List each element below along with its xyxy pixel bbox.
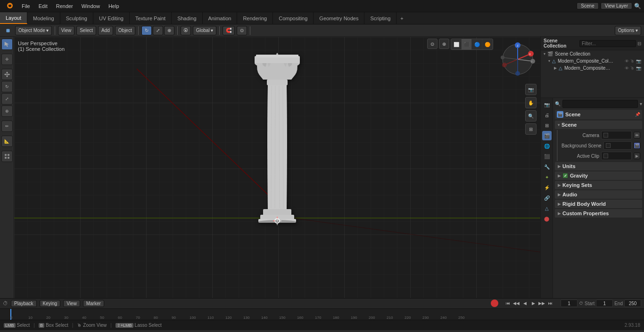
background-scene-value[interactable] xyxy=(603,141,632,150)
tab-sculpting[interactable]: Sculpting xyxy=(60,12,93,24)
view-menu-timeline[interactable]: View xyxy=(63,300,80,307)
end-frame-input[interactable] xyxy=(624,300,641,307)
marker-menu[interactable]: Marker xyxy=(83,300,104,307)
transform-move-btn[interactable]: ⤢ xyxy=(153,26,163,35)
render-icon-1[interactable]: 📷 xyxy=(636,66,641,71)
tab-texture-paint[interactable]: Texture Paint xyxy=(130,12,172,24)
scene-section-header[interactable]: ▾ Scene xyxy=(555,121,642,129)
view-menu[interactable]: View xyxy=(58,26,75,35)
prop-physics-icon[interactable]: ⚡ xyxy=(542,183,552,192)
prop-output-icon[interactable]: 🖨 xyxy=(542,110,552,120)
prop-scene-icon[interactable]: 🎬 xyxy=(542,131,552,140)
navigation-gizmo[interactable]: X Y Z xyxy=(499,40,537,78)
render-icon-0[interactable]: 📷 xyxy=(636,59,641,64)
add-workspace-button[interactable]: + xyxy=(396,14,407,23)
transform-tool[interactable]: ⊕ xyxy=(1,105,13,117)
menu-file[interactable]: File xyxy=(18,2,34,10)
object-menu[interactable]: Object xyxy=(115,26,135,35)
prop-modifier-icon[interactable]: 🔧 xyxy=(542,162,552,171)
menu-help[interactable]: Help xyxy=(105,2,123,10)
tab-scripting[interactable]: Scripting xyxy=(364,12,396,24)
tab-layout[interactable]: Layout xyxy=(0,12,27,24)
add-object-tool[interactable] xyxy=(1,151,13,162)
scene-selector[interactable]: Scene xyxy=(577,2,598,9)
tab-rendering[interactable]: Rendering xyxy=(237,12,273,24)
step-back-btn[interactable]: ◀◀ xyxy=(512,300,520,307)
mode-selector[interactable]: Object Mode ▾ xyxy=(15,26,52,35)
rigid-body-section-header[interactable]: ▶ Rigid Body World xyxy=(555,200,642,208)
transform-scale-btn[interactable]: ⊕ xyxy=(164,26,174,35)
select-tool[interactable] xyxy=(1,39,13,50)
annotate-tool[interactable]: ✏ xyxy=(1,121,13,132)
scale-tool[interactable]: ⤢ xyxy=(1,93,13,105)
jump-end-btn[interactable]: ⏭ xyxy=(546,300,554,307)
select-icon-1[interactable]: 🖱 xyxy=(630,66,635,71)
audio-section-header[interactable]: ▶ Audio xyxy=(555,190,642,199)
visibility-icon-0[interactable]: 👁 xyxy=(625,59,629,64)
proportional-btn[interactable]: ⊙ xyxy=(237,26,247,35)
units-section-header[interactable]: ▶ Units xyxy=(555,162,642,170)
outliner-filter-btn[interactable]: ⊟ xyxy=(637,41,641,46)
select-icon-0[interactable]: 🖱 xyxy=(630,59,635,64)
rendered-mode[interactable]: 🟠 xyxy=(482,39,493,49)
mode-icon[interactable] xyxy=(3,26,13,35)
props-filter-btn[interactable]: ▾ xyxy=(640,101,642,106)
outliner-item-1[interactable]: ▶ △ Modern_Composite_Colu 👁 🖱 📷 xyxy=(541,65,644,72)
layer-btn[interactable]: ⊞ xyxy=(525,123,537,135)
step-fwd-btn[interactable]: ▶▶ xyxy=(538,300,545,307)
prop-data-icon[interactable]: △ xyxy=(542,203,552,213)
gravity-section-header[interactable]: ▶ ✓ Gravity xyxy=(555,171,642,180)
prop-world-icon[interactable]: 🌐 xyxy=(542,141,552,151)
outliner-item-0[interactable]: ▾ △ Modern_Composite_Column... 👁 🖱 📷 xyxy=(541,57,644,65)
measure-tool[interactable]: 📐 xyxy=(1,136,13,147)
hand-tool-btn[interactable]: ✋ xyxy=(525,97,537,108)
viewport-3d[interactable]: User Perspective (1) Scene Collection xyxy=(14,37,540,298)
camera-edit-btn[interactable]: ✏ xyxy=(634,132,640,138)
tab-modeling[interactable]: Modeling xyxy=(27,12,60,24)
prop-particles-icon[interactable]: ✦ xyxy=(542,172,552,182)
rotate-tool[interactable]: ↻ xyxy=(1,81,13,92)
tab-uv-editing[interactable]: UV Editing xyxy=(93,12,130,24)
start-frame-input[interactable] xyxy=(596,300,613,307)
solid-mode[interactable]: ⬛ xyxy=(462,39,472,49)
outliner-search-input[interactable] xyxy=(579,40,636,47)
camera-view-btn[interactable]: 📷 xyxy=(525,84,537,95)
menu-window[interactable]: Window xyxy=(78,2,104,10)
scene-collection-item[interactable]: ▾ 🎬 Scene Collection xyxy=(541,50,644,57)
tab-shading[interactable]: Shading xyxy=(172,12,202,24)
prop-constraints-icon[interactable]: 🔗 xyxy=(542,193,552,202)
prop-material-icon[interactable]: ⬤ xyxy=(542,214,552,223)
search-tool-btn[interactable]: 🔍 xyxy=(525,110,537,121)
prop-render-icon[interactable]: 📷 xyxy=(542,100,552,109)
select-menu[interactable]: Select xyxy=(76,26,96,35)
options-btn[interactable]: Options ▾ xyxy=(615,26,641,35)
prop-viewlayer-icon[interactable]: ⊞ xyxy=(542,121,552,130)
scene-pin-btn[interactable]: 📌 xyxy=(635,112,640,117)
current-frame-input[interactable] xyxy=(561,300,578,307)
props-search-input[interactable] xyxy=(562,100,638,108)
tab-geometry-nodes[interactable]: Geometry Nodes xyxy=(314,12,364,24)
menu-edit[interactable]: Edit xyxy=(35,2,51,10)
jump-start-btn[interactable]: ⏮ xyxy=(504,300,512,307)
material-mode[interactable]: 🔵 xyxy=(472,39,482,49)
tab-animation[interactable]: Animation xyxy=(203,12,238,24)
view-layer-selector[interactable]: View Layer xyxy=(601,2,632,9)
transform-rotate-btn[interactable]: ↻ xyxy=(141,26,152,35)
visibility-icon-1[interactable]: 👁 xyxy=(625,66,629,71)
add-menu[interactable]: Add xyxy=(98,26,113,35)
timeline-ruler[interactable]: 0 10 20 30 40 50 60 70 80 90 100 110 120… xyxy=(0,309,644,320)
blender-logo[interactable] xyxy=(3,1,17,11)
active-clip-value[interactable] xyxy=(601,152,632,160)
overlay-toggle[interactable]: ⊙ xyxy=(427,39,438,49)
snap-btn[interactable]: 🧲 xyxy=(223,26,235,35)
custom-props-section-header[interactable]: ▶ Custom Properties xyxy=(555,209,642,218)
gravity-checkbox[interactable]: ✓ xyxy=(562,173,568,178)
keying-menu[interactable]: Keying xyxy=(40,300,61,307)
prop-object-icon[interactable]: ⬛ xyxy=(542,152,552,161)
tab-compositing[interactable]: Compositing xyxy=(273,12,314,24)
camera-value[interactable] xyxy=(601,131,632,139)
wireframe-mode[interactable]: ⬜ xyxy=(451,39,462,49)
gizmo-toggle[interactable]: ⊛ xyxy=(439,39,449,49)
keying-sets-section-header[interactable]: ▶ Keying Sets xyxy=(555,181,642,189)
cursor-tool[interactable]: ✛ xyxy=(1,54,13,65)
